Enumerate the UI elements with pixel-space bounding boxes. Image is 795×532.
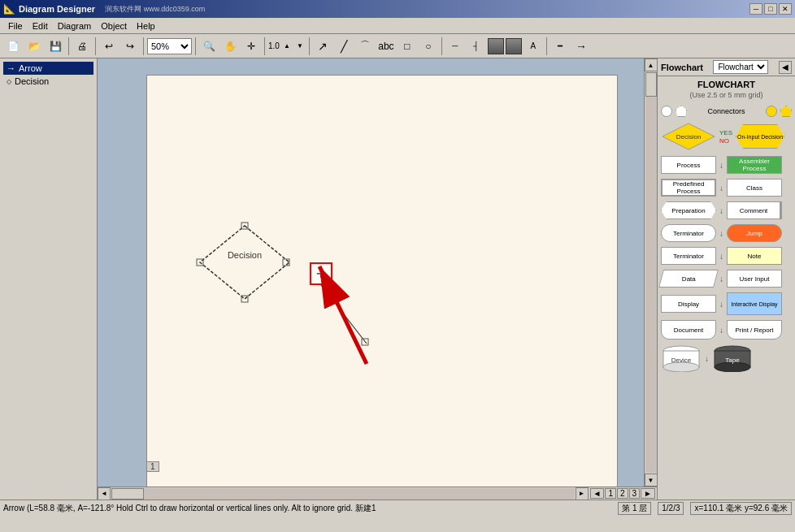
undo-button[interactable]: ↩ — [99, 37, 119, 56]
arrow5: ↓ — [719, 252, 723, 261]
sep1 — [68, 37, 69, 55]
line-tool[interactable]: ╱ — [334, 37, 354, 56]
comment-shape[interactable]: Comment — [727, 201, 782, 219]
scroll-left-button[interactable]: ◄ — [98, 487, 111, 500]
line-style2[interactable]: ┤ — [467, 37, 486, 56]
page-nav-next[interactable]: ► — [641, 488, 655, 499]
menu-edit[interactable]: Edit — [28, 19, 53, 32]
decision-fc-shape[interactable]: Decision — [661, 122, 716, 151]
save-button[interactable]: 💾 — [46, 37, 65, 56]
redo-button[interactable]: ↪ — [120, 37, 140, 56]
device-shape[interactable]: Device — [661, 344, 702, 372]
linewidth-up[interactable]: ▲ — [281, 37, 293, 56]
sidebar-item-decision[interactable]: ◇ Decision — [3, 75, 93, 88]
rect-tool[interactable]: □ — [398, 37, 417, 56]
scroll-thumb[interactable] — [645, 72, 657, 97]
linewidth-down[interactable]: ▼ — [294, 37, 306, 56]
zoom-in-button[interactable]: 🔍 — [199, 37, 219, 56]
arrow9: ↓ — [705, 354, 709, 363]
pentagon-connector[interactable] — [676, 106, 687, 117]
right-panel-title: Flowchart — [661, 63, 703, 72]
curve-tool[interactable]: ⌒ — [355, 37, 375, 56]
preparation-shape[interactable]: Preparation — [661, 201, 716, 219]
left-panel: → Arrow ◇ Decision — [0, 58, 98, 500]
arrow-icon: → — [7, 63, 15, 73]
maximize-button[interactable]: □ — [764, 3, 777, 15]
svg-rect-6 — [362, 339, 368, 345]
decision-shape[interactable]: Decision — [196, 222, 293, 303]
horizontal-scrollbar[interactable]: ◄ ► ◄ 1 2 3 ► — [98, 487, 657, 500]
pan-button[interactable]: ✋ — [220, 37, 240, 56]
note-shape[interactable]: Note — [727, 247, 782, 265]
scroll-up-button[interactable]: ▲ — [645, 58, 658, 71]
predefined-row: Predefined Process ↓ Class — [661, 179, 792, 197]
process-shape[interactable]: Process — [661, 156, 716, 174]
class-shape[interactable]: Class — [727, 179, 782, 197]
font-button[interactable]: A — [523, 37, 543, 56]
page-nums: 1/2/3 — [658, 502, 684, 515]
preparation-row: Preparation ↓ Comment — [661, 201, 792, 219]
sidebar-item-arrow[interactable]: → Arrow — [3, 62, 93, 75]
minimize-button[interactable]: ─ — [749, 3, 762, 15]
color-fill[interactable] — [488, 38, 504, 54]
print-button[interactable]: 🖨 — [72, 37, 92, 56]
user-input-shape[interactable]: User Input — [727, 270, 782, 288]
yellow-circle-connector[interactable] — [766, 106, 777, 117]
assembler-shape[interactable]: Assembler Process — [727, 156, 782, 174]
canvas-area[interactable]: Decision ✛ — [98, 58, 644, 487]
page-num-2[interactable]: 2 — [617, 488, 628, 499]
expand-panel-button[interactable]: ◀ — [779, 61, 792, 74]
sep5 — [264, 37, 265, 55]
predefined-shape[interactable]: Predefined Process — [661, 179, 716, 197]
terminator-shape[interactable]: Terminator — [661, 224, 716, 242]
menu-object[interactable]: Object — [96, 19, 132, 32]
display-shape[interactable]: Display — [661, 295, 716, 313]
zoom-select[interactable]: 25% 50% 75% 100% — [147, 38, 192, 54]
on-input-decision-shape[interactable]: On-Input Decision — [736, 124, 784, 149]
page-nav-prev[interactable]: ◄ — [590, 488, 605, 499]
svg-marker-0 — [200, 226, 289, 299]
arrow8: ↓ — [719, 326, 723, 335]
scroll-track — [645, 72, 657, 473]
h-scroll-thumb[interactable] — [111, 488, 144, 500]
menu-diagram[interactable]: Diagram — [53, 19, 97, 32]
new-button[interactable]: 📄 — [3, 37, 23, 56]
color-line[interactable] — [506, 38, 522, 54]
vertical-scrollbar[interactable]: ▲ ▼ — [644, 58, 657, 487]
page-num-1[interactable]: 1 — [605, 488, 616, 499]
arrow-tool[interactable]: ↗ — [313, 37, 332, 56]
scroll-right-button[interactable]: ► — [576, 487, 589, 500]
svg-text:Device: Device — [671, 357, 692, 364]
panel-dropdown[interactable]: Flowchart Basic Network — [713, 60, 768, 74]
close-button[interactable]: ✕ — [779, 3, 792, 15]
sep4 — [195, 37, 196, 55]
print-shape[interactable]: Print / Report — [727, 320, 782, 340]
arrow-endpoint-box[interactable]: ✛ — [310, 262, 332, 285]
data-shape[interactable]: Data — [658, 270, 719, 288]
scroll-down-button[interactable]: ▼ — [645, 474, 658, 487]
select-button[interactable]: ✛ — [241, 37, 261, 56]
ellipse-tool[interactable]: ○ — [419, 37, 438, 56]
dash-line[interactable]: ━ — [550, 37, 570, 56]
menu-file[interactable]: File — [3, 19, 28, 32]
document-row: Document ↓ Print / Report — [661, 320, 792, 340]
arrow-right[interactable]: → — [571, 37, 591, 56]
page-num-3[interactable]: 3 — [629, 488, 641, 499]
interactive-display-shape[interactable]: Interactive Display — [727, 292, 782, 315]
text-tool[interactable]: abc — [376, 37, 396, 56]
line-style1[interactable]: ─ — [445, 37, 465, 56]
open-button[interactable]: 📂 — [24, 37, 44, 56]
canvas-page: Decision ✛ — [146, 75, 618, 487]
menu-help[interactable]: Help — [132, 19, 160, 32]
watermark: 润东软件网 www.ddc0359.com — [105, 4, 205, 15]
decision-icon: ◇ — [7, 78, 11, 85]
h-scroll-track — [111, 488, 575, 500]
yellow-pentagon-connector[interactable] — [780, 106, 792, 117]
circle-connector[interactable] — [661, 106, 672, 117]
jump-shape[interactable]: Jump — [727, 224, 782, 242]
document-shape[interactable]: Document — [661, 320, 716, 340]
arrow2: ↓ — [719, 184, 723, 192]
tape-shape[interactable]: Tape — [712, 344, 753, 372]
arrow4: ↓ — [719, 229, 723, 238]
terminator2-shape[interactable]: Terminator — [661, 247, 716, 265]
